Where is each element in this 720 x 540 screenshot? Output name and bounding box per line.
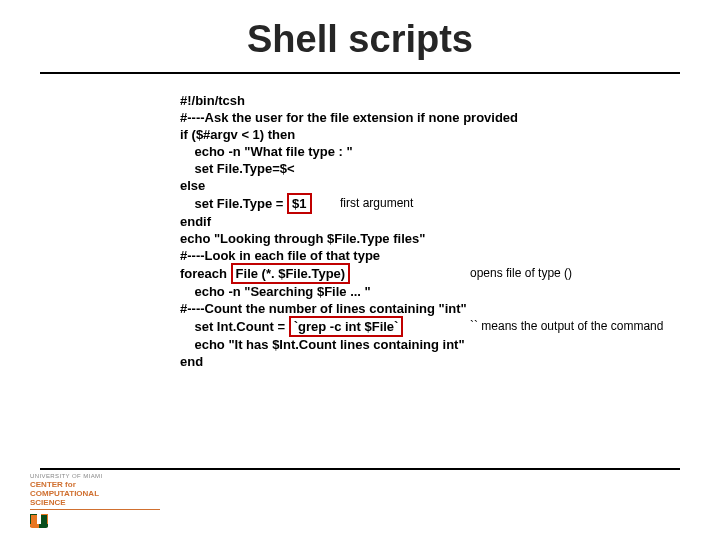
title-underline (40, 72, 680, 74)
code-line: endif (180, 213, 690, 230)
code-line: if ($#argv < 1) then (180, 126, 690, 143)
code-line: set Int.Count = `grep -c int $File``` me… (180, 317, 690, 336)
footer: UNIVERSITY OF MIAMI CENTER for COMPUTATI… (30, 473, 190, 532)
code-text: set File.Type = (180, 196, 287, 211)
footer-center-name: CENTER for COMPUTATIONAL SCIENCE (30, 480, 190, 507)
code-line: #----Look in each file of that type (180, 247, 690, 264)
code-text: set Int.Count = (180, 319, 289, 334)
slide: Shell scripts #!/bin/tcsh #----Ask the u… (0, 0, 720, 540)
annotation-opens-file: opens file of type () (470, 265, 572, 282)
page-title: Shell scripts (0, 18, 720, 61)
code-line: echo -n "What file type : " (180, 143, 690, 160)
footer-university: UNIVERSITY OF MIAMI (30, 473, 190, 479)
highlight-first-arg: $1 (287, 193, 311, 214)
code-line: set File.Type = $1first argument (180, 194, 690, 213)
bottom-divider (40, 468, 680, 470)
annotation-backtick: `` means the output of the command (470, 318, 663, 335)
code-line: foreach File (*. $File.Type)opens file o… (180, 264, 690, 283)
um-logo-icon (30, 514, 48, 528)
code-line: #----Ask the user for the file extension… (180, 109, 690, 126)
code-line: echo "Looking through $File.Type files" (180, 230, 690, 247)
footer-rule (30, 509, 160, 510)
code-line: #----Count the number of lines containin… (180, 300, 690, 317)
code-line: #!/bin/tcsh (180, 92, 690, 109)
annotation-first-argument: first argument (340, 195, 413, 212)
code-block: #!/bin/tcsh #----Ask the user for the fi… (180, 92, 690, 370)
code-text: foreach (180, 266, 231, 281)
footer-center-line: SCIENCE (30, 498, 66, 507)
code-line: echo -n "Searching $File ... " (180, 283, 690, 300)
footer-center-line: CENTER for (30, 480, 76, 489)
highlight-foreach-glob: File (*. $File.Type) (231, 263, 351, 284)
code-line: end (180, 353, 690, 370)
code-line: set File.Type=$< (180, 160, 690, 177)
code-line: echo "It has $Int.Count lines containing… (180, 336, 690, 353)
highlight-backtick-cmd: `grep -c int $File` (289, 316, 404, 337)
code-line: else (180, 177, 690, 194)
footer-center-line: COMPUTATIONAL (30, 489, 99, 498)
